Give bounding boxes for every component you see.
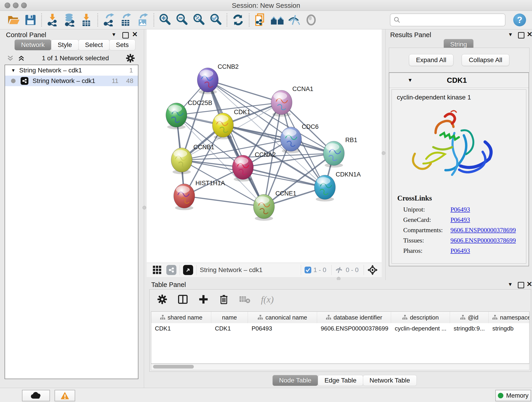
tab-network[interactable]: Network (14, 39, 51, 51)
network-selector-row: 1 of 1 Network selected (5, 52, 138, 65)
network-canvas[interactable]: CCNB2CCNA1CDC25BCDK1CDC6RB1CCNB1CCNA2CDK… (147, 29, 382, 263)
share-document-icon (254, 13, 267, 27)
column-tree-icon (258, 315, 263, 320)
panel-float-icon[interactable] (122, 32, 129, 38)
export-network-button[interactable] (100, 12, 117, 27)
share-document-button[interactable] (252, 12, 269, 27)
import-table-button[interactable] (78, 12, 95, 27)
network-node-HIST1H1A[interactable]: HIST1H1A (174, 180, 225, 210)
crosslink-value-link[interactable]: P06493 (450, 206, 470, 213)
import-network-button[interactable] (44, 12, 61, 27)
panel-close-icon[interactable]: ✕ (132, 30, 138, 38)
splitter-handle[interactable] (143, 206, 146, 210)
tab-sets[interactable]: Sets (109, 39, 135, 51)
table-cell[interactable]: stringdb:9... (450, 323, 489, 334)
import-database-button[interactable] (61, 12, 78, 27)
crosslink-label: Pharos: (403, 247, 450, 254)
show-columns-icon[interactable] (177, 294, 188, 305)
disclosure-triangle-icon[interactable]: ▼ (11, 68, 16, 73)
crosslink-value-link[interactable]: 9606.ENSP00000378699 (450, 226, 516, 234)
gear-icon[interactable] (126, 53, 135, 63)
memory-button[interactable]: Memory (495, 390, 531, 401)
network-node-RB1[interactable]: RB1 (323, 137, 357, 167)
protein-card-header[interactable]: ▼ CDK1 (389, 73, 529, 88)
export-image-button[interactable] (134, 12, 151, 27)
zoom-out-button[interactable] (173, 12, 190, 27)
expand-all-button[interactable]: Expand All (409, 54, 453, 66)
zoom-fit-button[interactable] (190, 12, 207, 27)
table-cell[interactable]: stringdb (489, 323, 530, 334)
hide-glass-button[interactable] (286, 12, 303, 27)
panel-close-icon[interactable]: ✕ (527, 30, 532, 38)
open-session-button[interactable] (5, 12, 22, 27)
panel-menu-icon[interactable]: ▼ (508, 32, 513, 38)
network-edge-CCNB2-CCNE1[interactable] (208, 80, 264, 206)
selected-checkbox-icon[interactable] (304, 266, 312, 274)
column-header-namespace[interactable]: namespace (489, 312, 530, 323)
splitter-handle[interactable] (382, 151, 385, 155)
string-view-icon[interactable] (166, 265, 177, 275)
column-tree-icon (160, 315, 165, 320)
zoom-in-button[interactable] (157, 12, 173, 27)
tab-network-table[interactable]: Network Table (363, 375, 417, 386)
add-column-icon[interactable] (198, 294, 209, 305)
tab-edge-table[interactable]: Edge Table (318, 375, 363, 386)
network-row-label: String Network – cdk1 (32, 77, 95, 85)
hidden-eye-icon[interactable] (335, 266, 344, 274)
collapse-all-button[interactable]: Collapse All (462, 54, 509, 66)
scrollbar-thumb[interactable] (153, 365, 194, 369)
table-row[interactable]: CDK1CDK1P064939606.ENSP00000378699cyclin… (151, 323, 529, 334)
help-button[interactable]: ? (513, 13, 526, 26)
network-row-selected[interactable]: String Network – cdk1 11 48 (5, 76, 138, 86)
panel-float-icon[interactable] (518, 282, 524, 288)
column-header-sharedname[interactable]: shared name (151, 312, 211, 323)
network-edge-CCNB2-CCNA1[interactable] (208, 80, 282, 102)
tab-node-table[interactable]: Node Table (272, 375, 318, 386)
hidden-count: 0 - 0 (346, 266, 359, 274)
search-input[interactable] (403, 15, 505, 25)
panel-close-icon[interactable]: ✕ (526, 280, 532, 288)
grid-view-icon[interactable] (152, 265, 162, 275)
save-session-button[interactable] (22, 12, 39, 27)
tab-select[interactable]: Select (78, 39, 109, 51)
column-header-name[interactable]: name (211, 312, 248, 323)
network-node-CDKN1A[interactable]: CDKN1A (314, 171, 361, 201)
column-header-canonicalname[interactable]: canonical name (248, 312, 317, 323)
network-edge-HIST1H1A-CCNE1[interactable] (184, 196, 264, 206)
panel-menu-icon[interactable]: ▼ (111, 32, 116, 38)
network-collection-row[interactable]: ▼ String Network – cdk1 1 (5, 65, 138, 76)
tab-style[interactable]: Style (51, 39, 79, 51)
column-header-description[interactable]: description (391, 312, 450, 323)
cloud-button[interactable] (22, 390, 50, 401)
warnings-button[interactable] (55, 390, 75, 401)
expand-all-icon[interactable] (17, 54, 25, 62)
disclosure-triangle-icon[interactable]: ▼ (408, 77, 413, 83)
delete-column-icon[interactable] (219, 294, 229, 305)
horizontal-scrollbar[interactable] (151, 364, 530, 370)
table-cell[interactable]: P06493 (248, 323, 317, 334)
export-table-button[interactable] (117, 12, 134, 27)
network-node-CCNE1[interactable]: CCNE1 (253, 190, 297, 221)
show-glass-button[interactable] (303, 12, 320, 27)
refresh-button[interactable] (230, 12, 247, 27)
string-home-button[interactable] (269, 12, 286, 27)
crosslink-value-link[interactable]: 9606.ENSP00000378699 (450, 237, 516, 244)
panel-menu-icon[interactable]: ▼ (508, 281, 513, 287)
network-collection-count: 1 (129, 67, 133, 74)
birds-eye-view-icon[interactable] (183, 265, 193, 275)
collapse-all-icon[interactable] (6, 54, 14, 62)
table-cell[interactable]: 9606.ENSP00000378699 (317, 323, 391, 334)
table-gear-icon[interactable] (157, 294, 167, 305)
crosslink-value-link[interactable]: P06493 (450, 247, 470, 254)
node-label-CCNB1: CCNB1 (193, 144, 215, 151)
zoom-selected-button[interactable] (207, 12, 224, 27)
column-header-id[interactable]: @id (450, 312, 489, 323)
table-cell[interactable]: cyclin-dependent ... (391, 323, 450, 334)
panel-float-icon[interactable] (518, 32, 525, 38)
table-cell[interactable]: CDK1 (211, 323, 248, 334)
crosslink-value-link[interactable]: P06493 (450, 216, 470, 223)
zoom-selected-icon (209, 13, 222, 26)
column-header-databaseidentifier[interactable]: database identifier (317, 312, 391, 323)
table-cell[interactable]: CDK1 (151, 323, 211, 334)
fit-content-crosshair-icon[interactable] (367, 264, 378, 275)
